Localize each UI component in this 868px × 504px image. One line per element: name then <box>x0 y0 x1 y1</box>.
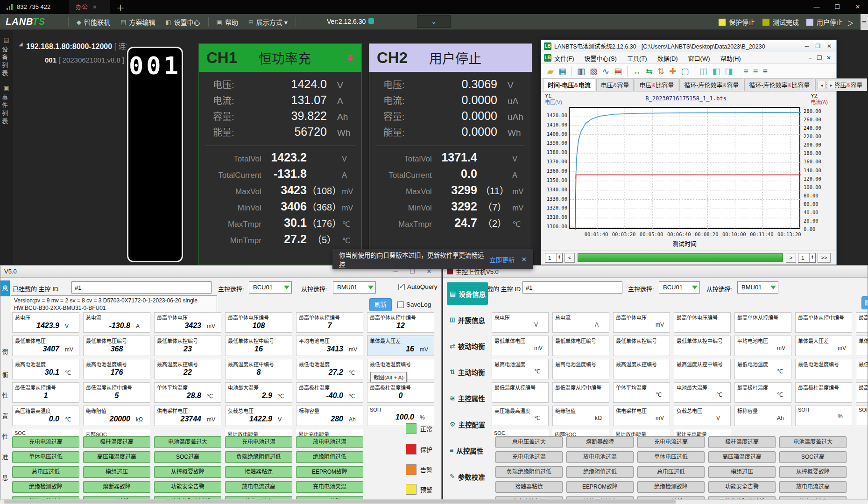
chart-tab-3[interactable]: 循环-库伦效率&容量 <box>679 78 743 91</box>
frame-icon[interactable]: ▢ <box>681 66 689 77</box>
nav-item-主动均衡[interactable]: ⇅主动均衡 <box>447 361 488 383</box>
field-label: 最低温度从控中编号 <box>84 383 150 391</box>
chart-menu-1[interactable]: 设置中心(S) <box>585 55 617 62</box>
horizontal-scrollbar[interactable] <box>0 499 868 504</box>
fit-horizontal-icon[interactable]: ↔ <box>633 66 641 77</box>
nav-item-设备信息[interactable]: ▤设备信息 <box>447 282 488 305</box>
page-next-button[interactable]: > <box>786 253 796 263</box>
page-progress-bar[interactable] <box>578 253 783 262</box>
chart-menu-4[interactable]: 窗口(W) <box>688 55 710 62</box>
field-label: 最低温度从控编号 <box>492 383 548 391</box>
chart-restore-button[interactable]: ❐ <box>814 43 822 49</box>
panel-left-icon[interactable]: ◧ <box>712 66 720 77</box>
tree-root-device[interactable]: 192.168.1.80:8000-12000 [ 连接 <box>26 40 127 51</box>
nav-item-参数校准[interactable]: ✎参数校准 <box>447 465 488 488</box>
side-tab-sliver-5[interactable]: 性 <box>0 429 10 445</box>
fit-vertical-icon[interactable]: ⇅ <box>657 66 664 77</box>
side-tab-sliver-7[interactable]: 息 <box>0 470 10 486</box>
nav-item-主控属性[interactable]: ≋主控属性 <box>447 387 488 409</box>
page-spinner-left[interactable]: 1▲▼ <box>545 253 563 263</box>
side-tab-sliver-1[interactable]: 衡 <box>0 344 10 360</box>
mounted-id-input[interactable] <box>71 281 212 294</box>
field-unit: V <box>65 323 75 329</box>
mounted-id-input-r[interactable] <box>522 281 622 294</box>
list-view-icon[interactable]: ≡ <box>743 66 748 77</box>
refresh-button-r[interactable]: 刷新 <box>861 296 868 309</box>
chart-tab-0[interactable]: 时间-电压&电流 <box>543 78 595 91</box>
child-window-control-1[interactable]: ❐ <box>815 55 824 61</box>
plot-region[interactable] <box>569 107 800 229</box>
nav-item-并簇信息[interactable]: ⊞并簇信息 <box>447 308 488 331</box>
chart-close-button[interactable]: ✕ <box>825 43 833 49</box>
panel-right-icon[interactable]: ◨ <box>725 66 733 77</box>
side-tab-sliver-0[interactable]: 息 <box>0 280 10 296</box>
field-cell: 最低单体从控中编号 <box>674 336 731 356</box>
split-view-icon[interactable]: ◫ <box>699 66 707 77</box>
window-minimize-button[interactable]: — <box>806 0 827 14</box>
chart-menu-0[interactable]: 文件(F) <box>554 55 574 62</box>
list-full-icon[interactable]: ≡ <box>762 66 768 77</box>
menu-item-3[interactable]: ▣帮助 <box>217 17 238 27</box>
side-tab-sliver-3[interactable]: 性 <box>0 388 10 404</box>
tab-scroll-right[interactable]: ▸ <box>827 81 835 89</box>
rail-item-0[interactable]: ▤设备列表 <box>0 36 13 78</box>
menu-item-4[interactable]: ⊞展示方式 ▾ <box>248 17 288 27</box>
data-grid-icon[interactable]: ▥ <box>577 66 585 77</box>
window-maximize-button[interactable]: ☐ <box>827 0 847 14</box>
savelog-checkbox[interactable]: SaveLog <box>397 301 431 308</box>
open-folder-icon[interactable]: ▰ <box>547 66 554 77</box>
chart-menu-3[interactable]: 数据(D) <box>657 55 678 62</box>
autoquery-checkbox[interactable]: AutoQuery <box>398 283 438 290</box>
chart-minimize-button[interactable]: ─ <box>803 43 811 49</box>
chart-window-titlebar[interactable]: LB LANBTS电池测试系统2.12.6.30 - [C:\Users\LAN… <box>541 40 836 52</box>
expand-all-icon[interactable]: ✚ <box>669 66 676 77</box>
list-detail-icon[interactable]: ≡ <box>753 66 758 77</box>
page-spinner-right[interactable]: 1▲▼ <box>798 253 816 263</box>
child-window-control-0[interactable]: – <box>805 55 815 61</box>
chart-tab-1[interactable]: 电压&容量 <box>596 78 634 91</box>
chart-menu-2[interactable]: 工具(T) <box>627 55 647 62</box>
nav-item-主控配置[interactable]: ⚙主控配置 <box>447 413 488 435</box>
master-select-r[interactable]: BCU01 <box>659 281 700 294</box>
collapsed-panel-handle[interactable] <box>861 14 868 30</box>
chart-menu-5[interactable]: 帮助(H) <box>720 55 741 62</box>
page-prev-button[interactable]: < <box>565 253 575 263</box>
nav-item-被动均衡[interactable]: ⇄被动均衡 <box>447 335 488 357</box>
tab-close-icon[interactable]: ✕ <box>92 4 97 10</box>
menu-item-0[interactable]: ◆智能联机 <box>77 17 110 27</box>
compress-horizontal-icon[interactable]: ⇆ <box>646 66 653 77</box>
ch2-header[interactable]: CH2 用户停止 <box>369 44 532 72</box>
window-close-button[interactable]: ✕ <box>847 0 868 14</box>
tree-node-channel[interactable]: 001 [ 20230621001,v8.8 ] <box>45 56 124 64</box>
menu-item-1[interactable]: ▤方案编辑 <box>120 17 155 27</box>
master-select[interactable]: BCU01 <box>249 281 292 294</box>
toast-update-link[interactable]: 立即更新 <box>489 255 515 264</box>
curve-icon[interactable]: ∿ <box>602 66 609 77</box>
browser-tab[interactable]: 办公✕ <box>69 0 110 14</box>
tree-caret-icon[interactable]: ◢ <box>19 41 22 47</box>
refresh-button[interactable]: 刷新 <box>369 298 392 311</box>
side-tab-sliver-4[interactable]: 置 <box>0 408 10 424</box>
scrollbar-thumb[interactable] <box>4 500 676 504</box>
chart-tab-4[interactable]: 循环-库伦效率&比容量 <box>744 78 814 91</box>
rail-item-1[interactable]: ▣事件列表 <box>0 84 13 126</box>
ch1-header[interactable]: CH1 恒功率充 <box>199 44 361 72</box>
slave-select-r[interactable]: BMU01 <box>737 281 778 294</box>
new-tab-button[interactable]: ＋ <box>115 1 126 14</box>
alarm-report-icon[interactable]: ▤ <box>614 66 622 77</box>
page-last-button[interactable]: >> <box>818 253 831 263</box>
toast-close-icon[interactable]: ✕ <box>521 256 527 263</box>
side-tab-sliver-2[interactable]: 衡 <box>0 367 10 383</box>
side-tab-sliver-6[interactable]: 准 <box>0 449 10 465</box>
tab-scroll-left[interactable]: ◂ <box>818 81 826 89</box>
child-window-control-2[interactable]: ✕ <box>824 55 833 61</box>
slave-select[interactable]: BMU01 <box>333 281 376 294</box>
status-more-chevron[interactable]: ＞ <box>847 18 854 28</box>
save-icon[interactable]: ▦ <box>558 66 566 77</box>
chart-tab-2[interactable]: 电压&比容量 <box>635 78 678 91</box>
nav-item-从控属性[interactable]: ≡从控属性 <box>447 439 488 462</box>
menu-item-2[interactable]: ◧设置中心 <box>165 17 200 27</box>
nav-label: 参数校准 <box>458 472 485 482</box>
report-chart-icon[interactable]: ▧ <box>590 66 598 77</box>
collapse-dropdown-button[interactable]: ⌄ <box>417 15 451 28</box>
